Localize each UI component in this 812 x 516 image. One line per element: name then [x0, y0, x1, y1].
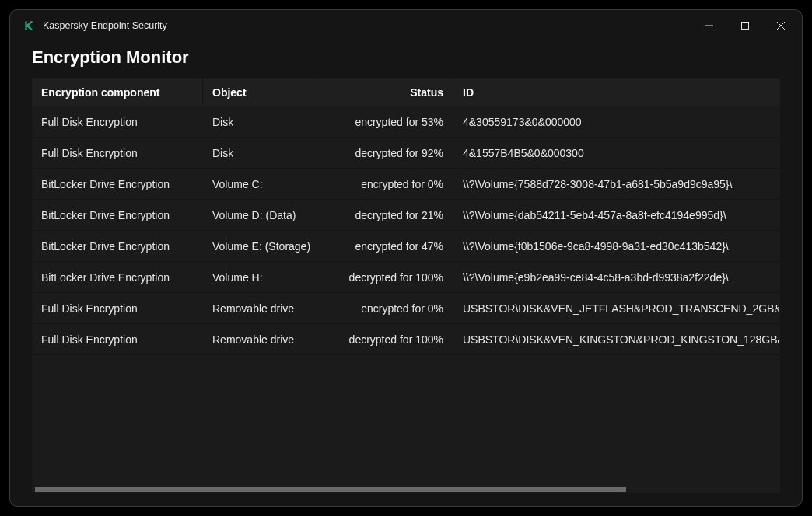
table-row[interactable]: BitLocker Drive Encryption Volume D: (Da…	[32, 200, 780, 231]
cell-component: BitLocker Drive Encryption	[32, 200, 203, 230]
table-row[interactable]: BitLocker Drive Encryption Volume C: enc…	[32, 169, 780, 200]
cell-id: \\?\Volume{dab54211-5eb4-457a-8a8f-efc41…	[453, 200, 780, 230]
content-area: Encryption Monitor Encryption component …	[10, 41, 802, 506]
cell-object: Volume D: (Data)	[203, 200, 313, 230]
cell-object: Volume C:	[203, 169, 313, 199]
cell-component: BitLocker Drive Encryption	[32, 231, 203, 261]
column-header-id[interactable]: ID	[453, 78, 780, 106]
table-row[interactable]: Full Disk Encryption Disk encrypted for …	[32, 106, 780, 138]
cell-component: BitLocker Drive Encryption	[32, 169, 203, 199]
cell-object: Removable drive	[203, 324, 313, 354]
svg-rect-0	[742, 23, 749, 30]
cell-status: encrypted for 53%	[313, 106, 453, 137]
page-title: Encryption Monitor	[32, 47, 780, 68]
minimize-icon	[705, 22, 713, 30]
cell-id: 4&30559173&0&000000	[453, 106, 780, 137]
close-icon	[777, 22, 785, 30]
cell-component: Full Disk Encryption	[32, 138, 203, 168]
app-window: Kaspersky Endpoint Security Encryption M…	[9, 9, 803, 507]
cell-id: 4&1557B4B5&0&000300	[453, 138, 780, 168]
minimize-button[interactable]	[691, 13, 727, 38]
cell-object: Volume H:	[203, 262, 313, 292]
horizontal-scrollbar[interactable]	[32, 486, 780, 493]
close-button[interactable]	[763, 13, 799, 38]
app-title: Kaspersky Endpoint Security	[43, 20, 167, 31]
cell-status: decrypted for 100%	[313, 324, 453, 354]
cell-component: BitLocker Drive Encryption	[32, 262, 203, 292]
kaspersky-logo-icon	[23, 19, 35, 32]
cell-object: Volume E: (Storage)	[203, 231, 313, 261]
cell-object: Disk	[203, 138, 313, 168]
cell-id: USBSTOR\DISK&VEN_KINGSTON&PROD_KINGSTON_…	[453, 324, 780, 354]
table-row[interactable]: Full Disk Encryption Removable drive dec…	[32, 324, 780, 355]
cell-component: Full Disk Encryption	[32, 106, 203, 137]
cell-status: encrypted for 47%	[313, 231, 453, 261]
maximize-icon	[741, 22, 749, 30]
encryption-table: Encryption component Object Status ID Fu…	[32, 78, 780, 493]
cell-status: decrypted for 92%	[313, 138, 453, 168]
cell-object: Removable drive	[203, 293, 313, 323]
cell-id: \\?\Volume{e9b2ea99-ce84-4c58-a3bd-d9938…	[453, 262, 780, 292]
horizontal-scrollbar-thumb[interactable]	[35, 487, 626, 492]
table-body: Full Disk Encryption Disk encrypted for …	[32, 106, 780, 486]
cell-status: encrypted for 0%	[313, 169, 453, 199]
column-header-status[interactable]: Status	[313, 78, 453, 106]
table-row[interactable]: Full Disk Encryption Removable drive enc…	[32, 293, 780, 324]
cell-status: decrypted for 100%	[313, 262, 453, 292]
cell-component: Full Disk Encryption	[32, 293, 203, 323]
table-row[interactable]: Full Disk Encryption Disk decrypted for …	[32, 138, 780, 169]
column-header-component[interactable]: Encryption component	[32, 78, 203, 106]
titlebar: Kaspersky Endpoint Security	[10, 10, 802, 41]
column-header-object[interactable]: Object	[203, 78, 313, 106]
cell-status: encrypted for 0%	[313, 293, 453, 323]
maximize-button[interactable]	[727, 13, 763, 38]
table-row[interactable]: BitLocker Drive Encryption Volume E: (St…	[32, 231, 780, 262]
cell-id: USBSTOR\DISK&VEN_JETFLASH&PROD_TRANSCEND…	[453, 293, 780, 323]
table-row[interactable]: BitLocker Drive Encryption Volume H: dec…	[32, 262, 780, 293]
cell-id: \\?\Volume{7588d728-3008-47b1-a681-5b5a9…	[453, 169, 780, 199]
table-header: Encryption component Object Status ID	[32, 78, 780, 106]
cell-object: Disk	[203, 106, 313, 137]
cell-component: Full Disk Encryption	[32, 324, 203, 354]
cell-status: decrypted for 21%	[313, 200, 453, 230]
cell-id: \\?\Volume{f0b1506e-9ca8-4998-9a31-ed30c…	[453, 231, 780, 261]
